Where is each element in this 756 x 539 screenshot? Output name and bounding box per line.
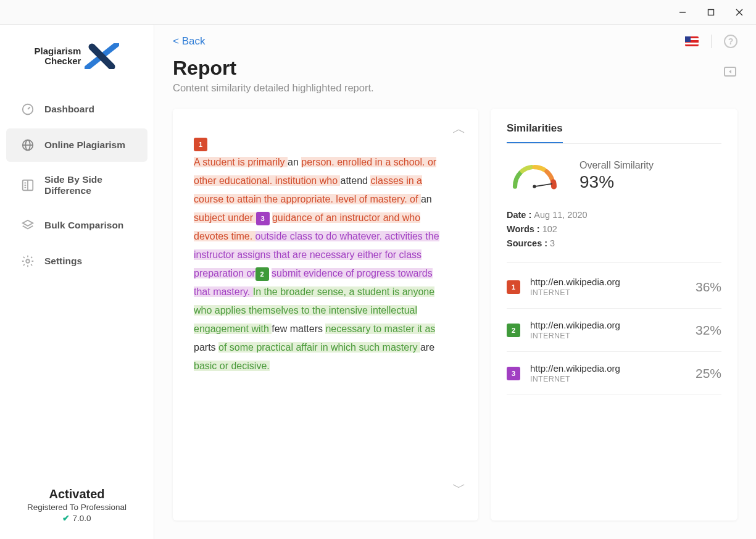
overall-value: 93%: [579, 172, 654, 192]
meta-date-value: Aug 11, 2020: [534, 210, 587, 220]
meta-sources-value: 3: [550, 238, 555, 248]
report-text-panel: ︿ 1 A student is primarily an person. en…: [173, 109, 478, 520]
source-badge-2: 2: [255, 267, 269, 281]
sidebar-nav: Dashboard Online Plagiarism Side By Side…: [0, 90, 154, 478]
minimize-button[interactable]: [668, 1, 697, 24]
flag-icon[interactable]: [685, 36, 699, 46]
meta-words-value: 102: [542, 224, 557, 234]
sidebar-item-label: Dashboard: [44, 104, 94, 115]
source-badge-1: 1: [194, 138, 207, 151]
report-meta: Date : Aug 11, 2020 Words : 102 Sources …: [507, 210, 721, 263]
source-info: http://en.wikipedia.orgINTERNET: [530, 320, 686, 340]
sidebar-item-dashboard[interactable]: Dashboard: [6, 93, 147, 126]
source-type: INTERNET: [530, 332, 686, 340]
registration-text: Registered To Professional: [0, 503, 154, 512]
close-button[interactable]: [725, 1, 754, 24]
maximize-button[interactable]: [697, 1, 725, 24]
source-item[interactable]: 1http://en.wikipedia.orgINTERNET36%: [507, 265, 721, 309]
svg-marker-13: [23, 220, 33, 226]
source-badge: 2: [507, 324, 520, 337]
source-badge: 1: [507, 280, 520, 294]
highlighted-text: 1 A student is primarily an person. enro…: [194, 135, 450, 375]
sidebar: Plagiarism Checker Dashboard Online Plag…: [0, 25, 154, 539]
logo-line2: Checker: [35, 56, 81, 67]
sidebar-item-bulk-comparison[interactable]: Bulk Comparison: [6, 209, 147, 242]
export-icon[interactable]: [723, 64, 737, 79]
sidebar-item-label: Online Plagiarism: [44, 140, 125, 151]
overall-label: Overall Similarity: [579, 160, 654, 171]
page-title: Report: [173, 57, 374, 80]
page-header: Report Content similarity detailed highl…: [154, 57, 756, 109]
logo-line1: Plagiarism: [35, 46, 81, 57]
gauge-icon: [21, 102, 35, 116]
meta-date-label: Date :: [507, 210, 534, 220]
overall-similarity-row: Overall Similarity 93%: [507, 158, 721, 194]
sidebar-item-label: Settings: [44, 256, 82, 267]
content-topbar: < Back ?: [154, 25, 756, 57]
svg-point-14: [26, 259, 30, 263]
check-icon: ✔: [62, 513, 70, 523]
content-area: < Back ? Report Content similarity detai…: [154, 25, 756, 539]
gauge-icon: [507, 158, 562, 194]
scroll-down-button[interactable]: ﹀: [452, 478, 466, 497]
similarities-title: Similarities: [507, 122, 563, 144]
source-url: http://en.wikipedia.org: [530, 363, 686, 374]
source-info: http://en.wikipedia.orgINTERNET: [530, 363, 686, 383]
source-percentage: 36%: [696, 280, 721, 295]
source-item[interactable]: 2http://en.wikipedia.orgINTERNET32%: [507, 309, 721, 352]
sidebar-footer: Activated Registered To Professional ✔7.…: [0, 478, 154, 539]
source-item[interactable]: 3http://en.wikipedia.orgINTERNET25%: [507, 352, 721, 395]
sidebar-item-side-by-side[interactable]: Side By Side Difference: [6, 164, 147, 206]
back-link[interactable]: < Back: [173, 35, 205, 48]
source-percentage: 25%: [696, 366, 721, 381]
svg-rect-1: [708, 9, 714, 15]
source-url: http://en.wikipedia.org: [530, 277, 686, 287]
scroll-up-button[interactable]: ︿: [452, 120, 466, 138]
page-subtitle: Content similarity detailed highlighted …: [173, 82, 374, 94]
columns-icon: [21, 178, 35, 192]
sidebar-item-label: Side By Side Difference: [44, 174, 133, 196]
layers-icon: [21, 219, 35, 232]
sources-list: 1http://en.wikipedia.orgINTERNET36%2http…: [507, 265, 721, 395]
titlebar: [0, 0, 756, 25]
sidebar-item-online-plagiarism[interactable]: Online Plagiarism: [6, 128, 147, 162]
source-type: INTERNET: [530, 288, 686, 297]
globe-icon: [21, 138, 35, 152]
activation-status: Activated: [0, 487, 154, 501]
source-info: http://en.wikipedia.orgINTERNET: [530, 277, 686, 297]
divider: [711, 35, 712, 48]
similarities-panel: Similarities: [491, 109, 737, 520]
sidebar-item-label: Bulk Comparison: [44, 220, 123, 231]
svg-line-17: [534, 184, 552, 187]
logo-x-icon: [85, 43, 119, 69]
meta-words-label: Words :: [507, 224, 542, 234]
source-percentage: 32%: [696, 323, 721, 338]
sidebar-item-settings[interactable]: Settings: [6, 244, 147, 278]
source-type: INTERNET: [530, 375, 686, 383]
gear-icon: [21, 254, 35, 268]
meta-sources-label: Sources :: [507, 238, 550, 248]
logo: Plagiarism Checker: [0, 25, 154, 84]
source-badge-3: 3: [256, 212, 270, 225]
source-url: http://en.wikipedia.org: [530, 320, 686, 330]
topbar-icons: ?: [685, 35, 737, 48]
source-badge: 3: [507, 367, 520, 380]
help-icon[interactable]: ?: [724, 35, 737, 48]
version-text: ✔7.0.0: [0, 513, 154, 523]
